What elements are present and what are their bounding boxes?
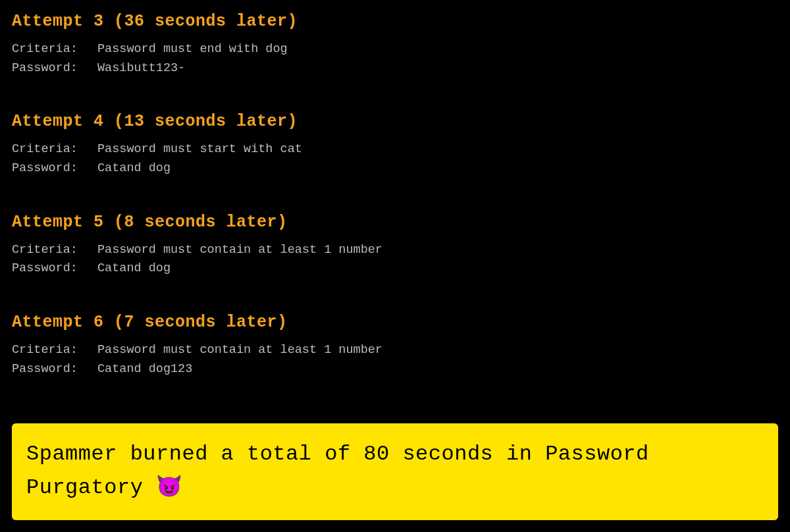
summary-text: Spammer burned a total of 80 seconds in … — [26, 442, 649, 500]
attempt-block: Attempt 6 (7 seconds later) Criteria: Pa… — [12, 313, 778, 379]
attempt-block: Attempt 5 (8 seconds later) Criteria: Pa… — [12, 213, 778, 279]
password-value: Catand dog — [97, 259, 171, 279]
criteria-label: Criteria: — [12, 140, 97, 159]
password-row: Password: Catand dog — [12, 259, 778, 279]
criteria-value: Password must contain at least 1 number — [97, 341, 382, 360]
password-label: Password: — [12, 159, 97, 178]
attempt-block: Attempt 3 (36 seconds later) Criteria: P… — [12, 12, 778, 78]
password-row: Password: Wasibutt123- — [12, 59, 778, 78]
criteria-value: Password must start with cat — [97, 140, 302, 159]
attempt-title: Attempt 6 (7 seconds later) — [12, 313, 778, 332]
password-value: Catand dog — [97, 159, 171, 178]
page: Attempt 3 (36 seconds later) Criteria: P… — [0, 0, 790, 379]
criteria-row: Criteria: Password must contain at least… — [12, 241, 778, 260]
attempt-block: Attempt 4 (13 seconds later) Criteria: P… — [12, 112, 778, 178]
password-label: Password: — [12, 360, 97, 379]
password-value: Wasibutt123- — [97, 59, 185, 78]
password-row: Password: Catand dog — [12, 159, 778, 178]
password-label: Password: — [12, 259, 97, 279]
devil-emoji-icon: 😈 — [156, 473, 183, 498]
criteria-label: Criteria: — [12, 241, 97, 260]
attempt-title: Attempt 3 (36 seconds later) — [12, 12, 778, 31]
criteria-label: Criteria: — [12, 341, 97, 360]
password-label: Password: — [12, 59, 97, 78]
criteria-row: Criteria: Password must end with dog — [12, 40, 778, 59]
password-value: Catand dog123 — [97, 360, 192, 379]
criteria-row: Criteria: Password must contain at least… — [12, 341, 778, 360]
criteria-label: Criteria: — [12, 40, 97, 59]
criteria-value: Password must end with dog — [97, 40, 288, 59]
summary-banner: Spammer burned a total of 80 seconds in … — [12, 423, 778, 520]
criteria-row: Criteria: Password must start with cat — [12, 140, 778, 159]
password-row: Password: Catand dog123 — [12, 360, 778, 379]
attempt-title: Attempt 4 (13 seconds later) — [12, 112, 778, 131]
criteria-value: Password must contain at least 1 number — [97, 241, 382, 260]
attempt-title: Attempt 5 (8 seconds later) — [12, 213, 778, 232]
